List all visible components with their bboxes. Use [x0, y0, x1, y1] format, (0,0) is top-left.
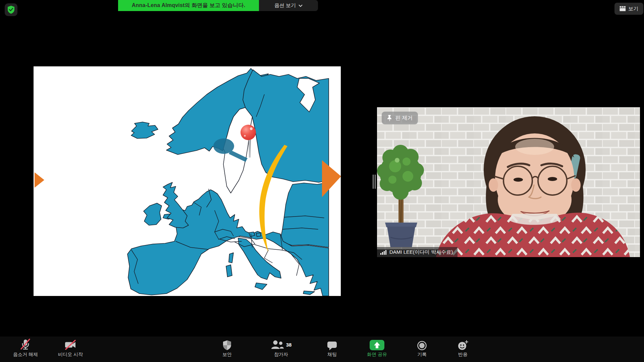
toolbar-security-button[interactable]: 보안 [215, 339, 239, 361]
screen-share-banner: Anna-Lena Almqvist의 화면을 보고 있습니다. [118, 0, 259, 11]
map-baltics [280, 182, 329, 247]
toolbar-chat-button[interactable]: 채팅 [320, 339, 344, 361]
zoom-meeting-window: Anna-Lena Almqvist의 화면을 보고 있습니다. 옵션 보기 보… [0, 0, 644, 362]
toolbar-record-button[interactable]: 기록 [409, 339, 435, 361]
meeting-security-shield-button[interactable] [5, 3, 17, 16]
panel-resize-handle[interactable] [373, 175, 376, 189]
map-sicily [255, 283, 267, 290]
camera-off-icon [64, 339, 77, 351]
remove-pin-label: 핀 제거 [395, 115, 413, 122]
map-italy [238, 238, 281, 280]
europe-map-graphic [34, 66, 341, 296]
gallery-view-icon [620, 6, 626, 11]
pushpin-icon [387, 115, 392, 121]
toolbar-participants-button[interactable]: 38 참가자 [262, 339, 300, 361]
audio-signal-icon [380, 250, 387, 255]
participant-video-content [377, 107, 640, 257]
record-icon [417, 341, 427, 351]
microphone-muted-icon [20, 339, 31, 351]
map-finland-russia [243, 70, 329, 182]
map-sardinia [226, 265, 232, 277]
chevron-down-icon [299, 4, 303, 7]
view-options-label: 옵션 보기 [274, 2, 296, 9]
security-shield-icon [222, 340, 232, 351]
toolbar-security-label: 보안 [222, 352, 232, 358]
map-great-britain [163, 182, 189, 228]
toolbar-chat-label: 채팅 [327, 352, 337, 358]
reactions-smiley-icon [458, 340, 468, 351]
map-ireland [144, 203, 162, 225]
toolbar-start-video-button[interactable]: 비디오 시작 [51, 339, 90, 361]
shared-screen-slide [34, 66, 341, 296]
toolbar-unmute-button[interactable]: 음소거 해제 [7, 339, 44, 361]
map-iceland [131, 122, 158, 138]
view-options-dropdown[interactable]: 옵션 보기 [259, 0, 318, 11]
toolbar-start-video-label: 비디오 시작 [58, 352, 83, 358]
map-corsica [229, 253, 233, 263]
remove-pin-button[interactable]: 핀 제거 [382, 112, 418, 124]
toolbar-participants-label: 참가자 [274, 352, 288, 358]
participant-video-tile[interactable]: 핀 제거 DAMI LEE(이다미 박사수료) [377, 107, 640, 257]
green-shield-check-icon [7, 5, 15, 14]
toolbar-reactions-button[interactable]: 반응 [450, 339, 476, 361]
slide-arrow-right-icon [322, 160, 341, 197]
chat-bubble-icon [327, 341, 337, 351]
toolbar-reactions-label: 반응 [458, 352, 468, 358]
meeting-toolbar: 음소거 해제 비디오 시작 [0, 337, 644, 362]
participants-count: 38 [286, 342, 292, 348]
participant-name-label: DAMI LEE(이다미 박사수료) [377, 247, 458, 257]
map-crete [303, 291, 315, 295]
toolbar-unmute-label: 음소거 해제 [13, 352, 38, 358]
view-button[interactable]: 보기 [614, 3, 643, 15]
toolbar-record-label: 기록 [417, 352, 427, 358]
toolbar-share-screen-label: 화면 공유 [367, 352, 387, 358]
slide-arrow-left-icon [35, 172, 44, 188]
view-button-label: 보기 [628, 6, 638, 12]
share-screen-icon [369, 340, 385, 351]
toolbar-share-screen-button[interactable]: 화면 공유 [360, 339, 394, 361]
banner-text: Anna-Lena Almqvist의 화면을 보고 있습니다. [132, 2, 245, 9]
participants-icon [271, 340, 284, 350]
participant-name-text: DAMI LEE(이다미 박사수료) [389, 249, 453, 255]
